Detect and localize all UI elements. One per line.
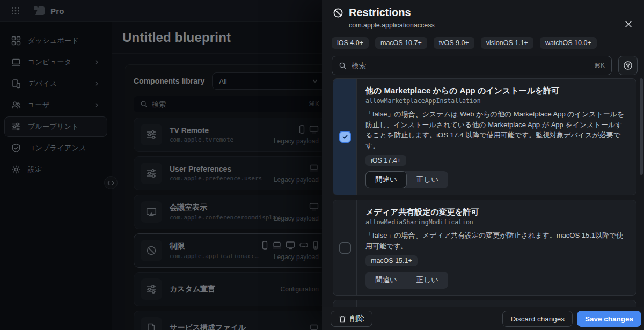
drawer-footer: 削除 Discard changes Save changes [322, 307, 644, 330]
restriction-checkbox-checked[interactable] [339, 131, 351, 143]
toggle-true-option[interactable]: 正しい [407, 272, 448, 289]
os-badge: tvOS 9.0+ [434, 37, 474, 49]
toggle-true-option[interactable]: 正しい [407, 171, 448, 188]
modal-overlay [0, 0, 322, 330]
restrictions-search-input[interactable] [352, 62, 589, 70]
restriction-description: 「false」の場合、メディア共有設定の変更が防止されます。macOS 15.1… [365, 230, 627, 251]
restriction-checkbox-unchecked[interactable] [339, 242, 351, 254]
restriction-row: 他の Marketplace からの App のインストールを許可 allowM… [333, 78, 636, 195]
restrictions-scrollbar[interactable] [640, 78, 643, 175]
boolean-toggle: 間違い 正しい [365, 171, 448, 188]
drawer-title: Restrictions [349, 6, 411, 19]
restriction-os-badge: macOS 15.1+ [365, 255, 418, 266]
restriction-key: allowMediaSharingModification [365, 218, 627, 226]
restriction-description: 「false」の場合、システムは Web からの他の Marketplace A… [365, 109, 627, 151]
os-badges: iOS 4.0+ macOS 10.7+ tvOS 9.0+ visionOS … [322, 37, 644, 49]
restrictions-search[interactable]: ⌘K [332, 56, 612, 75]
restriction-row: メディア共有設定の変更を許可 allowMediaSharingModifica… [333, 200, 636, 296]
drawer-header: Restrictions com.apple.applicationaccess [322, 0, 644, 29]
trash-icon [339, 315, 346, 323]
restrictions-search-shortcut: ⌘K [594, 62, 605, 69]
delete-button-label: 削除 [350, 314, 364, 324]
toggle-false-option[interactable]: 間違い [365, 272, 407, 289]
restriction-key: allowMarketplaceAppInstallation [365, 97, 627, 105]
restriction-title: メディア共有設定の変更を許可 [365, 207, 627, 217]
delete-button[interactable]: 削除 [331, 311, 372, 327]
app-window: Pro ダッシュボード コンピュータ [0, 0, 644, 330]
restriction-row: マルチプレイヤーゲームへの参加を許可 allowMultiplayerGamin… [333, 300, 636, 307]
close-icon[interactable] [623, 18, 634, 30]
search-icon [339, 62, 347, 70]
boolean-toggle: 間違い 正しい [365, 272, 448, 289]
restriction-os-badge: iOS 17.4+ [365, 155, 406, 166]
restrictions-drawer: Restrictions com.apple.applicationaccess… [322, 0, 644, 330]
prohibit-icon [333, 8, 343, 18]
restrictions-list: 他の Marketplace からの App のインストールを許可 allowM… [322, 78, 644, 307]
filter-button[interactable] [618, 56, 638, 75]
toggle-false-option[interactable]: 間違い [365, 171, 407, 188]
restriction-title: 他の Marketplace からの App のインストールを許可 [365, 85, 627, 96]
os-badge: macOS 10.7+ [375, 37, 427, 49]
drawer-subtitle: com.apple.applicationaccess [349, 21, 633, 29]
os-badge: iOS 4.0+ [332, 37, 369, 49]
os-badge: watchOS 10.0+ [540, 37, 597, 49]
discard-changes-button[interactable]: Discard changes [502, 311, 573, 327]
save-changes-button[interactable]: Save changes [577, 311, 641, 327]
discard-button-label: Discard changes [510, 315, 565, 323]
os-badge: visionOS 1.1+ [481, 37, 533, 49]
save-button-label: Save changes [585, 315, 633, 323]
